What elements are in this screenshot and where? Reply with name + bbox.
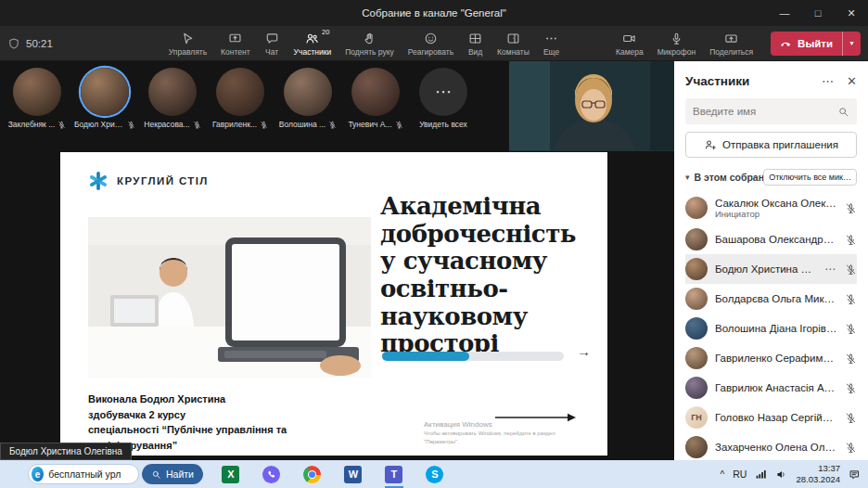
participants-count-badge: 20 xyxy=(322,28,329,36)
slide-arrow-graphic xyxy=(494,412,578,423)
participant-name: Увидеть всех xyxy=(419,120,467,129)
arrow-right-icon: → xyxy=(577,343,591,359)
search-input[interactable] xyxy=(693,106,837,117)
word-icon[interactable]: W xyxy=(342,463,364,485)
filmstrip-participant[interactable]: Бодюл Христи... xyxy=(75,68,134,129)
mic-off-icon xyxy=(845,442,857,454)
ellipsis-icon: ⋯ xyxy=(419,68,467,116)
toolbar-button-label: Чат xyxy=(265,47,278,57)
maximize-button[interactable]: □ xyxy=(801,0,835,26)
filmstrip-participant[interactable]: Волошина ... xyxy=(278,68,338,129)
chat-icon xyxy=(264,32,280,45)
toolbar-button-camera[interactable]: Камера xyxy=(609,29,650,58)
toolbar-button-label: Камера xyxy=(616,47,644,57)
mic-off-icon xyxy=(260,121,268,129)
participant-avatar xyxy=(685,436,708,458)
taskbar-clock[interactable]: 13:37 28.03.2024 xyxy=(796,463,840,485)
pointer-icon xyxy=(180,32,196,45)
skype-icon[interactable]: S xyxy=(424,463,446,485)
chrome-icon[interactable] xyxy=(301,463,324,485)
toolbar-button-chat[interactable]: Чат xyxy=(258,29,287,58)
taskbar-find-button[interactable]: Найти xyxy=(142,464,203,484)
language-indicator[interactable]: RU xyxy=(733,469,747,480)
taskbar-search-box[interactable]: e xyxy=(28,464,139,484)
toolbar-button-participants[interactable]: 20Участники xyxy=(287,29,338,58)
participant-more-icon[interactable]: ⋯ xyxy=(824,263,836,276)
minimize-button[interactable]: — xyxy=(768,0,801,26)
participant-row[interactable]: ГНГоловко Назар Сергійович xyxy=(685,403,857,432)
leave-button[interactable]: Выйти xyxy=(771,32,842,56)
participant-avatar xyxy=(685,228,708,250)
participant-row[interactable]: Захарченко Олена Олексіївна xyxy=(685,432,857,460)
see-all-tile[interactable]: ⋯Увидеть всех xyxy=(414,68,473,129)
action-center-icon[interactable] xyxy=(849,469,861,481)
leave-split-button: Выйти ▾ xyxy=(771,32,861,56)
volume-icon[interactable] xyxy=(775,469,787,481)
mic-off-icon xyxy=(845,412,857,424)
participant-name: Головко Назар Сергійович xyxy=(715,412,837,423)
toolbar-button-more[interactable]: Еще xyxy=(537,29,566,58)
panel-close-icon[interactable]: ✕ xyxy=(847,74,857,88)
toolbar-button-label: Еще xyxy=(543,47,559,57)
titlebar: Собрание в канале "General" — □ ✕ xyxy=(0,0,868,26)
slide-logo: КРУГЛИЙ СТІЛ xyxy=(88,171,209,191)
participant-row[interactable]: Болдарєва Ольга Миколаївна xyxy=(685,284,857,314)
participant-name: Гавриленк... xyxy=(212,120,257,129)
watermark-line: Чтобы активировать Windows, перейдите в … xyxy=(424,430,574,445)
section-chevron-icon[interactable]: ▾ xyxy=(685,173,690,182)
taskbar-search-input[interactable] xyxy=(48,469,131,480)
share-icon xyxy=(723,32,739,45)
toolbar-button-content[interactable]: Контент xyxy=(214,29,257,58)
presenter-video[interactable] xyxy=(509,61,674,151)
participant-name: Сакалюк Оксана Олександрівна xyxy=(715,198,837,209)
filmstrip-participant[interactable]: Некрасова... xyxy=(143,68,202,129)
close-button[interactable]: ✕ xyxy=(835,0,868,26)
leave-options-chevron-icon[interactable]: ▾ xyxy=(842,32,861,56)
teams-icon[interactable]: T xyxy=(383,463,405,485)
toolbar-button-share[interactable]: Поделиться xyxy=(703,29,760,58)
participant-name: Башарова Олександра Сергіївна xyxy=(715,234,837,245)
toolbar-button-label: Контент xyxy=(221,47,250,57)
participants-panel: Участники ⋯ ✕ Отправка приглашения ▾ В э… xyxy=(674,61,868,460)
participant-row[interactable]: Гавриленко Серафима Сергіївна xyxy=(685,343,857,373)
window-controls: — □ ✕ xyxy=(768,0,868,26)
smiley-icon xyxy=(423,32,439,45)
toolbar-button-view[interactable]: Вид xyxy=(461,29,490,58)
toolbar-button-raise-hand[interactable]: Поднять руку xyxy=(338,29,401,58)
in-meeting-section: ▾ В этом собрании (20) Отключить все мик… xyxy=(685,167,857,187)
participant-name: Волошина Діана Ігорівна xyxy=(715,323,837,334)
toolbar-button-manage[interactable]: Управлять xyxy=(162,29,213,58)
participants-list: Сакалюк Оксана ОлександрівнаИнициаторБаш… xyxy=(685,191,857,460)
filmstrip-participant[interactable]: Туневич А... xyxy=(346,68,405,129)
viber-icon[interactable] xyxy=(261,463,283,485)
tray-time: 13:37 xyxy=(796,463,840,474)
toolbar-button-label: Микрофон xyxy=(657,47,696,57)
share-invite-button[interactable]: Отправка приглашения xyxy=(685,132,857,158)
mic-off-icon xyxy=(193,121,201,129)
participant-search xyxy=(685,98,857,124)
grid-icon xyxy=(467,32,483,45)
participant-row[interactable]: Башарова Олександра Сергіївна xyxy=(685,225,857,254)
tray-expand-icon[interactable]: ^ xyxy=(721,469,725,480)
participant-avatar xyxy=(351,68,400,116)
section-label: В этом собрании (20) xyxy=(695,172,764,183)
panel-more-icon[interactable]: ⋯ xyxy=(822,74,834,88)
filmstrip-participant[interactable]: Гавриленк... xyxy=(211,68,270,129)
participant-row[interactable]: Гаврилюк Анастасія Аркадіївна xyxy=(685,373,857,403)
excel-icon[interactable]: X xyxy=(220,463,242,485)
filmstrip-participant[interactable]: Заклебняк ... xyxy=(7,68,67,129)
mic-off-icon xyxy=(845,293,857,305)
participant-row[interactable]: Волошина Діана Ігорівна xyxy=(685,314,857,343)
mic-off-icon xyxy=(328,121,337,129)
mic-off-icon xyxy=(845,353,857,365)
toolbar-button-rooms[interactable]: Комнаты xyxy=(491,29,536,58)
toolbar-button-microphone[interactable]: Микрофон xyxy=(651,29,702,58)
network-icon[interactable] xyxy=(755,469,767,481)
participant-row[interactable]: Бодюл Христина Олегівна⋯ xyxy=(685,254,857,284)
mute-all-button[interactable]: Отключить все мик… xyxy=(763,169,857,186)
camera-icon xyxy=(621,32,637,45)
participant-avatar xyxy=(81,68,129,116)
participant-row[interactable]: Сакалюк Оксана ОлександрівнаИнициатор xyxy=(685,191,857,225)
toolbar-button-react[interactable]: Реагировать xyxy=(402,29,460,58)
meeting-timer-group: 50:21 xyxy=(7,37,119,50)
